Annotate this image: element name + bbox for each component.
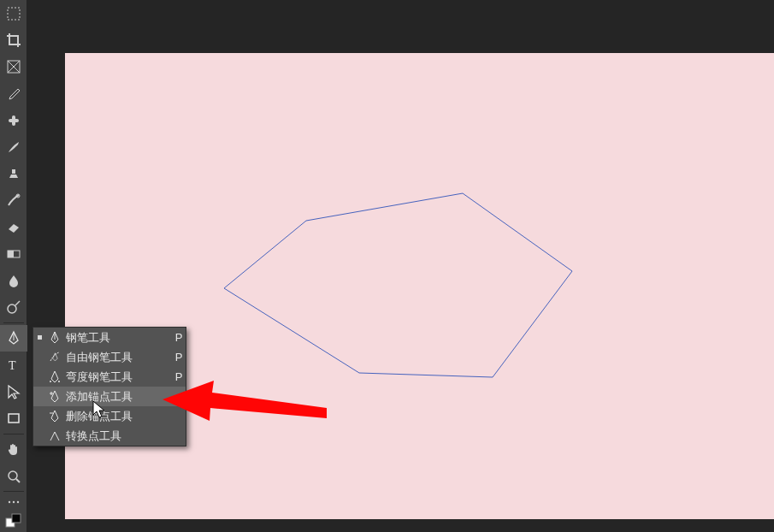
flyout-label: 弯度钢笔工具 — [64, 369, 172, 385]
flyout-item-convert-point[interactable]: 转换点工具 — [33, 426, 186, 446]
frame-tool[interactable] — [0, 53, 27, 80]
eyedropper-tool[interactable] — [0, 80, 27, 107]
svg-point-16 — [8, 501, 9, 503]
canvas-area — [29, 0, 774, 532]
toolbar-separator-2 — [3, 434, 24, 434]
selected-indicator — [33, 335, 45, 340]
pen-tool[interactable] — [0, 325, 27, 352]
gradient-tool[interactable] — [0, 240, 27, 267]
flyout-label: 转换点工具 — [64, 429, 172, 444]
svg-rect-20 — [12, 514, 21, 523]
svg-text:T: T — [9, 359, 16, 372]
dodge-tool[interactable] — [0, 294, 27, 321]
blur-tool[interactable] — [0, 267, 27, 293]
path-selection-tool[interactable] — [0, 378, 27, 405]
svg-rect-8 — [8, 251, 14, 257]
svg-line-10 — [15, 301, 20, 305]
pen-tool-flyout: 钢笔工具 P 自由钢笔工具 P 弯度钢笔工具 P 添加锚点工具 删除锚点工具 — [32, 327, 186, 446]
rectangle-tool[interactable] — [0, 405, 27, 431]
zoom-tool[interactable] — [0, 463, 27, 489]
marquee-tool[interactable] — [0, 0, 27, 27]
healing-brush-tool[interactable] — [0, 107, 27, 133]
svg-point-9 — [8, 304, 16, 313]
pen-icon — [45, 331, 64, 345]
toolbar: T — [0, 0, 27, 532]
flyout-label: 钢笔工具 — [64, 330, 172, 346]
flyout-shortcut: P — [172, 351, 186, 364]
toolbar-separator — [3, 322, 24, 323]
flyout-label: 自由钢笔工具 — [64, 350, 172, 365]
flyout-item-curvature-pen[interactable]: 弯度钢笔工具 P — [33, 367, 186, 387]
crop-tool[interactable] — [0, 27, 27, 53]
hand-tool[interactable] — [0, 436, 27, 463]
svg-rect-13 — [9, 414, 19, 423]
flyout-label: 添加锚点工具 — [64, 389, 172, 405]
flyout-shortcut: P — [172, 331, 186, 344]
history-brush-tool[interactable] — [0, 187, 27, 214]
brush-tool[interactable] — [0, 133, 27, 160]
svg-rect-5 — [12, 115, 15, 126]
svg-rect-0 — [8, 8, 20, 20]
flyout-item-delete-anchor[interactable]: 删除锚点工具 — [33, 406, 186, 426]
svg-marker-21 — [224, 193, 572, 377]
clone-stamp-tool[interactable] — [0, 160, 27, 186]
flyout-item-add-anchor[interactable]: 添加锚点工具 — [33, 387, 186, 406]
canvas[interactable] — [65, 53, 774, 519]
svg-point-18 — [16, 501, 18, 503]
more-tool[interactable] — [0, 494, 27, 511]
free-pen-icon — [45, 351, 64, 364]
svg-point-23 — [50, 381, 51, 382]
svg-line-15 — [16, 479, 20, 482]
add-anchor-icon — [45, 390, 64, 404]
flyout-label: 删除锚点工具 — [64, 409, 172, 424]
flyout-shortcut: P — [172, 370, 186, 383]
swap-tool[interactable] — [0, 511, 27, 532]
convert-point-icon — [45, 429, 64, 443]
svg-point-24 — [58, 381, 60, 382]
vector-shape — [65, 53, 774, 519]
type-tool[interactable]: T — [0, 352, 27, 378]
toolbar-separator-3 — [3, 491, 24, 492]
delete-anchor-icon — [45, 410, 64, 423]
curvature-pen-icon — [45, 370, 64, 384]
eraser-tool[interactable] — [0, 214, 27, 240]
flyout-item-free-pen[interactable]: 自由钢笔工具 P — [33, 347, 186, 367]
svg-point-14 — [9, 471, 17, 480]
flyout-item-pen[interactable]: 钢笔工具 P — [33, 328, 186, 347]
svg-point-17 — [12, 501, 14, 503]
